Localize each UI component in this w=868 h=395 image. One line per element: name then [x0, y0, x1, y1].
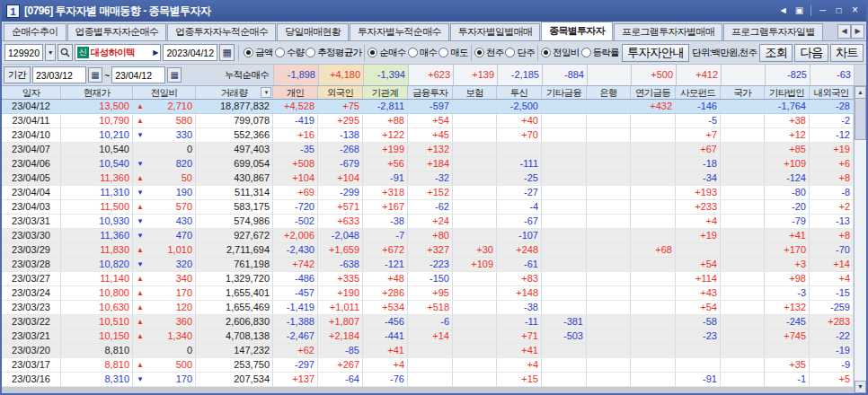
cell-institution-total: +122 [363, 128, 408, 142]
tab-item[interactable]: 프로그램투자자별매매 [614, 23, 722, 40]
cell-private-equity-fund: +193 [676, 186, 721, 199]
screen-icon[interactable]: ▣ [793, 4, 806, 18]
cell-volume: 799,078 [196, 114, 273, 127]
cell-financial-investment: +54 [408, 114, 453, 127]
table-row[interactable]: 23/03/208,8100147,232+62-85+41+41-19 [2, 344, 854, 358]
cell-investment-trust: -107 [497, 229, 542, 242]
tab-item[interactable]: 업종투자자누적순매수 [167, 23, 276, 40]
scrollbar-thumb[interactable] [855, 99, 866, 140]
scroll-up-icon[interactable]: ▲ [855, 86, 866, 99]
tab-scroll-right-icon[interactable]: ▶ [851, 24, 864, 39]
tab-item[interactable]: 투자자별일별매매 [450, 23, 540, 40]
table-row[interactable]: 23/04/1110,790▲580799,078-419+295+88+54+… [2, 114, 854, 128]
stock-code-dropdown-icon[interactable]: ▼ [45, 44, 56, 61]
tab-bar-tabs: 순매수추이업종별투자자순매수업종투자자누적순매수당일매매현황투자자별누적순매수투… [4, 22, 824, 40]
radio-option[interactable]: 매수 [408, 47, 438, 59]
radio-option[interactable]: 금액 [244, 47, 273, 59]
tab-item[interactable]: 프로그램투자자일별 [723, 23, 823, 40]
cell-institution-total: +534 [363, 301, 408, 314]
radio-option[interactable]: 추정평균가 [306, 47, 361, 59]
cell-financial-investment: +132 [408, 143, 453, 156]
scroll-down-icon[interactable]: ▼ [855, 381, 866, 393]
radio-option[interactable]: 수량 [275, 47, 305, 59]
minimize-button[interactable]: ─ [816, 4, 829, 18]
title-bar[interactable]: 1 [0796] 투자자별 매매동향 - 종목별투자자 ◀ ▣ ─ □ × [2, 0, 866, 22]
tab-item[interactable]: 당일매매현황 [277, 23, 349, 40]
stock-name-field[interactable]: 신 대성하이텍 ▶ [75, 44, 162, 61]
radio-option[interactable]: 매도 [438, 47, 468, 59]
cell-insurance [453, 315, 497, 329]
chart-button[interactable]: 차트 [830, 44, 864, 62]
tab-active-item[interactable]: 종목별투자자 [541, 22, 613, 40]
vertical-scrollbar[interactable]: ▲ ▼ [854, 86, 866, 393]
cumulative-total-foreigner-domestic: -63 [810, 65, 854, 85]
investor-guide-button[interactable]: 투자자안내 [622, 44, 689, 62]
table-row[interactable]: 23/04/1213,500▲2,71018,877,832+4,528+75-… [2, 100, 854, 114]
cell-price: 11,360 [61, 171, 133, 185]
cell-financial-investment [408, 358, 453, 372]
table-row[interactable]: 23/03/3110,930▼430574,986-502+633-38+24-… [2, 215, 854, 229]
table-row[interactable]: 23/03/3011,360▼470927,672+2,006-2,048-7+… [2, 229, 854, 243]
cell-investment-trust: +71 [497, 329, 542, 343]
table-row[interactable]: 23/04/0411,310▼190511,314+69-299+318+152… [2, 186, 854, 200]
cell-other-finance: -503 [542, 329, 587, 343]
stock-code-input[interactable]: 129920 [4, 44, 43, 61]
period-end-input[interactable]: 23/04/12 [111, 66, 165, 83]
cell-bank [587, 286, 631, 300]
radio-option[interactable]: 전일비 [541, 47, 579, 59]
table-row[interactable]: 23/03/2810,820▼320761,198+742-638-121-22… [2, 258, 854, 272]
table-row[interactable]: 23/03/178,810▲500253,750-297+267+4+4+35-… [2, 358, 854, 373]
tab-item[interactable]: 업종별투자자순매수 [67, 23, 167, 40]
scrollbar-track[interactable] [855, 140, 866, 381]
period-end-calendar-icon[interactable]: ▦ [167, 67, 182, 83]
cell-bank [587, 258, 631, 271]
table-row[interactable]: 23/04/0710,5400497,403-35-268+199+132+67… [2, 143, 854, 157]
table-row[interactable]: 23/03/2310,630▲1201,655,469-1,419+1,011+… [2, 301, 854, 315]
table-row[interactable]: 23/04/0511,360▲50430,867+104+104-91-32-2… [2, 171, 854, 186]
cumulative-total-pension-fund: +500 [631, 65, 676, 85]
cell-price: 11,500 [61, 200, 133, 214]
cell-nation [721, 286, 765, 300]
table-row[interactable]: 23/03/2210,510▲3602,606,830-1,388+1,807-… [2, 315, 854, 329]
close-button[interactable]: × [848, 4, 862, 18]
table-row[interactable]: 23/03/2911,830▲1,0102,711,694-2,430+1,65… [2, 243, 854, 258]
calendar-icon[interactable]: ▦ [219, 44, 235, 61]
nav-back-icon[interactable]: ◀ [776, 4, 790, 18]
period-start-calendar-icon[interactable]: ▦ [88, 67, 102, 83]
cell-investment-trust: +70 [497, 128, 542, 142]
table-row[interactable]: 23/04/0311,500▲570583,175-720+571+167-62… [2, 200, 854, 215]
cell-date: 23/03/29 [2, 243, 61, 257]
radio-option[interactable]: 단주 [505, 47, 535, 59]
change-value: 570 [176, 200, 192, 214]
radio-option[interactable]: 천주 [474, 47, 504, 59]
base-date-input[interactable]: 2023/04/12 [163, 44, 217, 61]
cell-other-finance [542, 200, 587, 214]
tab-item[interactable]: 투자자별누적순매수 [350, 23, 449, 40]
table-row[interactable]: 23/04/0610,540▼820699,054+508-679+56+184… [2, 157, 854, 171]
query-button[interactable]: 조회 [759, 44, 793, 62]
cell-foreigner: -2,048 [318, 229, 363, 242]
radio-option[interactable]: 순매수 [368, 47, 405, 59]
volume-sort-icon[interactable]: ▼ [261, 87, 271, 98]
table-row[interactable]: 23/04/1010,210▼330552,366+16-138+122+45+… [2, 128, 854, 143]
cell-foreigner-domestic: +19 [810, 143, 854, 156]
cell-insurance: +109 [453, 258, 497, 271]
table-row[interactable]: 23/03/168,310▼170207,534+137-64-76+15-91… [2, 373, 854, 387]
cell-other-corporation: -80 [765, 186, 810, 199]
table-row[interactable]: 23/03/2110,150▲1,3404,708,138-2,467+2,18… [2, 329, 854, 344]
tab-scroll-left-icon[interactable]: ◀ [837, 24, 851, 39]
cell-bank [587, 200, 631, 214]
maximize-button[interactable]: □ [832, 4, 846, 18]
table-row[interactable]: 23/03/2711,140▲3401,329,720-486+335+48-1… [2, 272, 854, 286]
cell-volume: 207,534 [196, 373, 273, 386]
stock-search-button[interactable] [58, 44, 73, 61]
cell-institution-total: -456 [363, 315, 408, 329]
stock-more-arrow-icon[interactable]: ▶ [153, 48, 158, 57]
up-arrow-icon: ▲ [137, 171, 144, 185]
cell-other-corporation: +98 [765, 272, 810, 285]
table-row[interactable]: 23/03/2410,800▲1701,655,401-457+190+286+… [2, 286, 854, 301]
period-start-input[interactable]: 23/03/12 [32, 66, 86, 83]
next-button[interactable]: 다음 [794, 44, 828, 62]
radio-option[interactable]: 등락률 [581, 47, 619, 59]
tab-item[interactable]: 순매수추이 [4, 23, 66, 40]
